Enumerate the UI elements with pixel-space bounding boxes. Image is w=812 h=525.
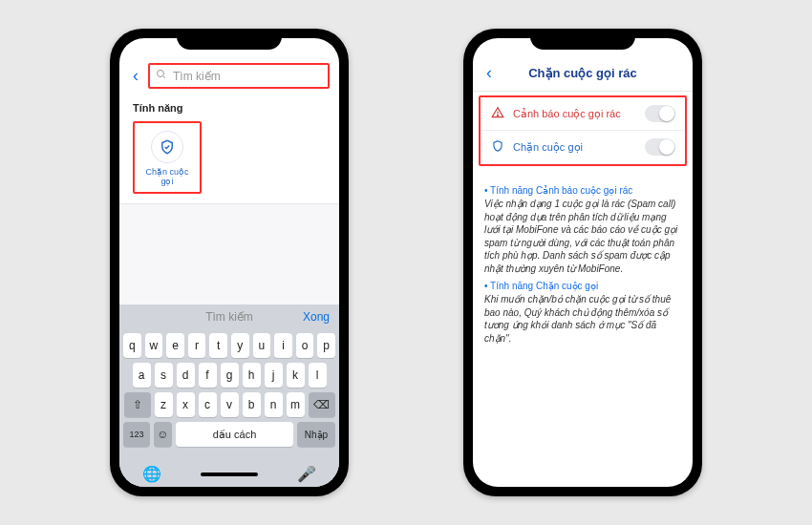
feature-desc-2: Khi muốn chặn/bỏ chặn cuộc gọi từ số thu… [484,293,681,345]
globe-icon[interactable]: 🌐 [142,465,161,483]
svg-point-3 [498,115,499,116]
screen-left: ‹ Tìm kiếm Tính năng Chặn cuộc gọi Tìm k… [119,38,339,487]
key-n[interactable]: n [265,392,283,417]
key-g[interactable]: g [221,363,239,388]
kb-row-4: 123 ☺ dấu cách Nhập [123,422,335,447]
phone-left: ‹ Tìm kiếm Tính năng Chặn cuộc gọi Tìm k… [110,29,349,496]
page-title: Chặn cuộc gọi rác [496,66,670,80]
key-p[interactable]: p [317,333,335,358]
key-o[interactable]: o [296,333,314,358]
mic-icon[interactable]: 🎤 [297,465,316,483]
key-z[interactable]: z [155,392,173,417]
key-s[interactable]: s [155,363,173,388]
key-e[interactable]: e [166,333,184,358]
key-d[interactable]: d [177,363,195,388]
key-backspace[interactable]: ⌫ [309,392,335,417]
key-l[interactable]: l [309,363,327,388]
kb-row-3: ⇧ z x c v b n m ⌫ [123,392,335,417]
key-r[interactable]: r [188,333,206,358]
home-bar: 🌐 🎤 [119,459,339,487]
key-shift[interactable]: ⇧ [124,392,151,417]
row-spam-warning[interactable]: Cảnh báo cuộc gọi rác [481,97,685,131]
key-k[interactable]: k [287,363,305,388]
kb-hint: Tìm kiếm [205,310,253,324]
notch [177,29,282,50]
key-emoji[interactable]: ☺ [154,422,172,447]
feature-heading-2: • Tính năng Chặn cuộc gọi [484,281,681,291]
key-c[interactable]: c [199,392,217,417]
key-y[interactable]: y [231,333,249,358]
search-placeholder: Tìm kiếm [173,70,221,83]
key-return[interactable]: Nhập [297,422,335,447]
key-f[interactable]: f [199,363,217,388]
key-a[interactable]: a [133,363,151,388]
toggle-block-calls[interactable] [645,138,675,156]
key-b[interactable]: b [243,392,261,417]
content-area [119,203,339,304]
feature-desc-1: Việc nhận dạng 1 cuộc gọi là rác (Spam c… [484,198,681,275]
svg-line-1 [163,76,166,79]
keyboard-suggestion-bar: Tìm kiếm Xong [119,304,339,329]
keyboard-done-button[interactable]: Xong [303,310,330,324]
svg-point-0 [158,71,164,77]
row-block-calls[interactable]: Chặn cuộc gọi [481,131,685,164]
key-u[interactable]: u [253,333,271,358]
search-input[interactable]: Tìm kiếm [148,63,330,89]
home-indicator[interactable] [201,472,258,476]
shield-icon [490,139,505,156]
search-icon [156,69,167,83]
feature-tile-block-calls[interactable]: Chặn cuộc gọi [133,121,202,194]
description-body: • Tính năng Cảnh báo cuộc gọi rác Việc n… [473,170,693,360]
key-space[interactable]: dấu cách [176,422,293,447]
kb-row-2: a s d f g h j k l [123,363,335,388]
key-t[interactable]: t [209,333,227,358]
key-v[interactable]: v [221,392,239,417]
shield-icon [151,131,183,163]
key-h[interactable]: h [243,363,261,388]
row-label: Chặn cuộc gọi [513,141,583,154]
toggle-spam-warning[interactable] [645,105,675,122]
phone-right: ‹ Chặn cuộc gọi rác Cảnh báo cuộc gọi rá… [463,29,702,496]
kb-row-1: q w e r t y u i o p [123,333,335,358]
back-button[interactable]: ‹ [129,66,142,86]
key-m[interactable]: m [287,392,305,417]
section-title: Tính năng [119,94,339,117]
tile-label: Chặn cuộc gọi [139,167,196,186]
key-i[interactable]: i [274,333,292,358]
key-123[interactable]: 123 [123,422,150,447]
key-q[interactable]: q [123,333,141,358]
key-x[interactable]: x [177,392,195,417]
notch [530,29,635,50]
keyboard[interactable]: q w e r t y u i o p a s d f g h j k l [119,329,339,459]
key-w[interactable]: w [145,333,163,358]
back-button[interactable]: ‹ [482,63,496,83]
row-label: Cảnh báo cuộc gọi rác [513,108,621,120]
screen-right: ‹ Chặn cuộc gọi rác Cảnh báo cuộc gọi rá… [473,38,693,487]
feature-heading-1: • Tính năng Cảnh báo cuộc gọi rác [484,185,681,196]
warning-icon [490,106,505,122]
key-j[interactable]: j [265,363,283,388]
settings-list: Cảnh báo cuộc gọi rác Chặn cuộc gọi [479,95,687,166]
